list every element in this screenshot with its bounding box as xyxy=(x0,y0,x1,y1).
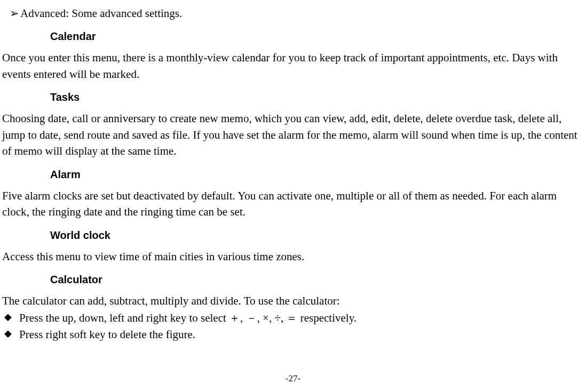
paragraph-calculator-intro: The calculator can add, subtract, multip… xyxy=(2,293,581,309)
bullet-item-calc-1: ◆ Press the up, down, left and right key… xyxy=(2,310,581,326)
paragraph-tasks: Choosing date, call or anniversary to cr… xyxy=(2,110,581,159)
bullet-text: Advanced: Some advanced settings. xyxy=(20,5,182,21)
bullet-item-calc-2: ◆ Press right soft key to delete the fig… xyxy=(2,326,581,342)
heading-calendar: Calendar xyxy=(2,29,581,44)
heading-world-clock: World clock xyxy=(2,228,581,243)
paragraph-world-clock: Access this menu to view time of main ci… xyxy=(2,249,581,265)
chevron-right-icon: ➢ xyxy=(10,5,17,21)
bullet-text: Press right soft key to delete the figur… xyxy=(19,326,195,342)
diamond-icon: ◆ xyxy=(4,310,14,324)
diamond-icon: ◆ xyxy=(4,326,14,340)
bullet-item-advanced: ➢ Advanced: Some advanced settings. xyxy=(2,5,581,21)
page-number: -27- xyxy=(0,372,586,386)
paragraph-calendar: Once you enter this menu, there is a mon… xyxy=(2,50,581,82)
heading-alarm: Alarm xyxy=(2,167,581,182)
heading-tasks: Tasks xyxy=(2,90,581,105)
heading-calculator: Calculator xyxy=(2,272,581,287)
paragraph-alarm: Five alarm clocks are set but deactivate… xyxy=(2,188,581,220)
bullet-text: Press the up, down, left and right key t… xyxy=(19,310,357,326)
